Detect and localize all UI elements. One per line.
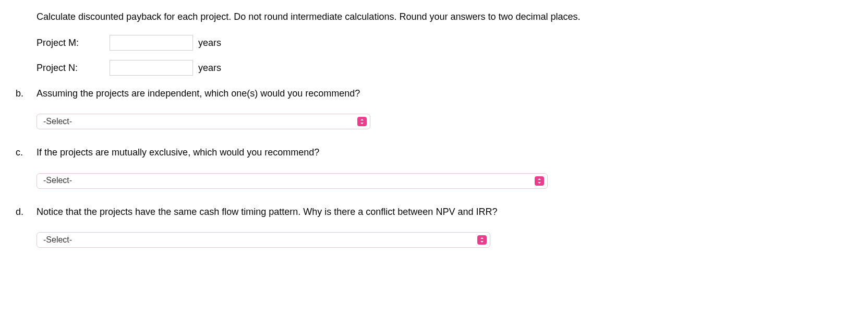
- project-n-row: Project N: years: [37, 60, 852, 76]
- updown-icon: [535, 176, 544, 186]
- project-m-row: Project M: years: [37, 35, 852, 51]
- question-b-select-wrap: -Select-: [37, 114, 370, 129]
- question-d: d. Notice that the projects have the sam…: [16, 206, 852, 219]
- question-b-select[interactable]: -Select-: [37, 114, 370, 129]
- question-b-marker: b.: [16, 87, 37, 100]
- question-c-marker: c.: [16, 146, 37, 159]
- project-m-label: Project M:: [37, 37, 110, 50]
- question-c-select-value: -Select-: [43, 175, 531, 186]
- project-n-input[interactable]: [110, 60, 193, 76]
- project-m-unit: years: [198, 37, 221, 50]
- question-d-select[interactable]: -Select-: [37, 232, 490, 248]
- instruction-text: Calculate discounted payback for each pr…: [37, 10, 852, 23]
- question-d-select-wrap: -Select-: [37, 232, 490, 248]
- question-c-text: If the projects are mutually exclusive, …: [37, 146, 852, 159]
- updown-icon: [477, 235, 487, 245]
- updown-icon: [357, 117, 367, 126]
- question-b-text: Assuming the projects are independent, w…: [37, 87, 852, 100]
- question-c: c. If the projects are mutually exclusiv…: [16, 146, 852, 159]
- question-b: b. Assuming the projects are independent…: [16, 87, 852, 100]
- question-d-marker: d.: [16, 206, 37, 219]
- question-d-text: Notice that the projects have the same c…: [37, 206, 852, 219]
- question-c-select[interactable]: -Select-: [37, 173, 548, 189]
- question-d-select-value: -Select-: [43, 234, 473, 246]
- project-n-label: Project N:: [37, 62, 110, 75]
- project-n-unit: years: [198, 62, 221, 75]
- question-c-select-wrap: -Select-: [37, 173, 548, 189]
- project-m-input[interactable]: [110, 35, 193, 51]
- question-b-select-value: -Select-: [43, 116, 353, 127]
